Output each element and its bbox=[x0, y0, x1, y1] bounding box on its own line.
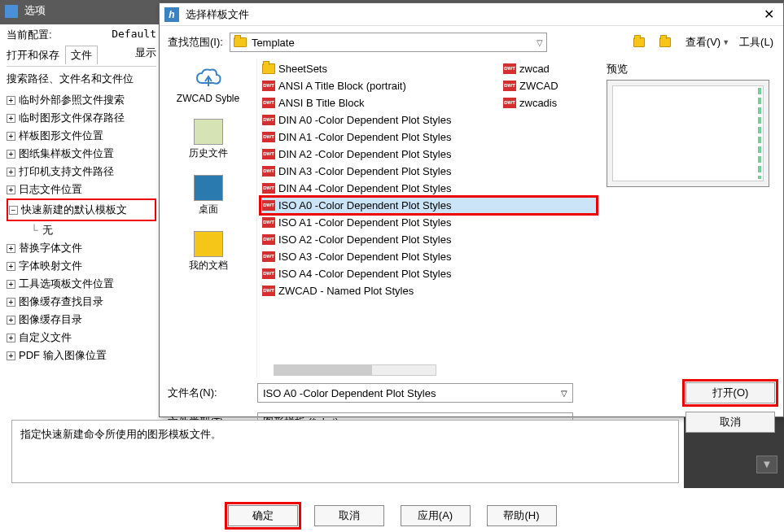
tab-display[interactable]: 显示 bbox=[135, 46, 156, 60]
tree-item[interactable]: +日志文件位置 bbox=[7, 181, 156, 198]
current-config-value: Default bbox=[112, 28, 156, 40]
tab-file[interactable]: 文件 bbox=[65, 46, 98, 64]
tree-item[interactable]: +PDF 输入图像位置 bbox=[7, 347, 156, 364]
expand-toggle-icon[interactable]: + bbox=[7, 168, 15, 177]
expand-toggle-icon[interactable]: + bbox=[7, 280, 15, 289]
place-history[interactable]: 历史文件 bbox=[168, 116, 249, 164]
file-item[interactable]: DWTDIN A4 -Color Dependent Plot Styles bbox=[261, 180, 597, 197]
file-name: ISO A4 -Color Dependent Plot Styles bbox=[278, 268, 451, 280]
cancel-button[interactable]: 取消 bbox=[685, 412, 775, 433]
tree-item[interactable]: +样板图形文件位置 bbox=[7, 127, 156, 145]
apply-button[interactable]: 应用(A) bbox=[401, 505, 471, 526]
up-button[interactable] bbox=[658, 34, 677, 50]
options-body: 当前配置: Default 打开和保存 文件 显示 搜索路径、文件名和文件位 +… bbox=[0, 24, 163, 368]
file-item[interactable]: DWTISO A1 -Color Dependent Plot Styles bbox=[261, 214, 597, 231]
place-label: ZWCAD Syble bbox=[168, 93, 249, 104]
file-item[interactable]: DWTDIN A2 -Color Dependent Plot Styles bbox=[261, 146, 597, 163]
place-label: 历史文件 bbox=[168, 146, 249, 160]
file-item[interactable]: DWTDIN A3 -Color Dependent Plot Styles bbox=[261, 163, 597, 180]
file-item[interactable]: DWTZWCAD - Named Plot Styles bbox=[261, 282, 597, 299]
current-config-label: 当前配置: bbox=[7, 28, 52, 42]
tree-item-label: 临时外部参照文件搜索 bbox=[19, 94, 125, 106]
tree-item[interactable]: +打印机支持文件路径 bbox=[7, 163, 156, 181]
place-desktop[interactable]: 桌面 bbox=[168, 172, 249, 220]
ok-label: 确定 bbox=[252, 509, 274, 521]
place-mydocs[interactable]: 我的文档 bbox=[168, 228, 249, 276]
place-label: 我的文档 bbox=[168, 259, 249, 273]
dwt-file-icon: DWT bbox=[262, 98, 275, 108]
expand-toggle-icon[interactable]: + bbox=[7, 316, 15, 325]
desktop-icon bbox=[194, 175, 223, 201]
horizontal-scrollbar[interactable] bbox=[274, 364, 436, 376]
expand-toggle-icon[interactable]: + bbox=[7, 351, 15, 360]
apply-label: 应用(A) bbox=[418, 509, 453, 521]
back-button[interactable] bbox=[632, 34, 651, 50]
dwt-file-icon: DWT bbox=[262, 183, 275, 194]
cancel-button[interactable]: 取消 bbox=[314, 505, 384, 526]
expand-toggle-icon[interactable]: + bbox=[7, 132, 15, 141]
preview-label: 预览 bbox=[607, 62, 777, 76]
tree-item[interactable]: −快速新建的默认模板文 bbox=[7, 198, 156, 221]
tree-connector-icon: └ bbox=[26, 221, 42, 239]
tree-subitem[interactable]: └无 bbox=[26, 221, 156, 239]
file-name: ISO A1 -Color Dependent Plot Styles bbox=[278, 216, 451, 229]
tree-item-label: 打印机支持文件路径 bbox=[19, 165, 114, 177]
expand-toggle-icon[interactable]: + bbox=[7, 262, 15, 271]
tree-item[interactable]: +字体映射文件 bbox=[7, 257, 156, 275]
close-button[interactable]: ✕ bbox=[759, 7, 778, 22]
file-list[interactable]: SheetSetsDWTANSI A Title Block (portrait… bbox=[257, 59, 600, 377]
tree-item[interactable]: +图像缓存目录 bbox=[7, 311, 156, 329]
expand-toggle-icon[interactable]: + bbox=[7, 150, 15, 159]
file-name: ANSI B Title Block bbox=[278, 97, 364, 109]
expand-toggle-icon[interactable]: + bbox=[7, 334, 15, 342]
tools-menu[interactable]: 工具(L) bbox=[738, 33, 775, 51]
tree-item[interactable]: +自定义文件 bbox=[7, 329, 156, 347]
history-icon bbox=[194, 119, 223, 145]
expand-toggle-icon[interactable]: − bbox=[9, 206, 18, 215]
file-name: SheetSets bbox=[278, 63, 327, 75]
folder-back-icon bbox=[633, 36, 650, 49]
file-name: DIN A1 -Color Dependent Plot Styles bbox=[278, 131, 451, 143]
expand-toggle-icon[interactable]: + bbox=[7, 298, 15, 307]
chevron-down-icon: ▽ bbox=[537, 38, 543, 47]
status-dropdown[interactable]: ▼ bbox=[756, 456, 777, 473]
place-zwcad-syble[interactable]: ZWCAD Syble bbox=[168, 62, 249, 107]
file-item[interactable]: DWTzwcad bbox=[501, 60, 591, 77]
tree-item[interactable]: +替换字体文件 bbox=[7, 239, 156, 257]
expand-toggle-icon[interactable]: + bbox=[7, 244, 15, 253]
file-item[interactable]: DWTDIN A0 -Color Dependent Plot Styles bbox=[261, 111, 597, 129]
open-button[interactable]: 打开(O) bbox=[685, 382, 775, 403]
dwt-file-icon: DWT bbox=[262, 217, 275, 228]
file-item[interactable]: DWTISO A3 -Color Dependent Plot Styles bbox=[261, 248, 597, 265]
help-button[interactable]: 帮助(H) bbox=[487, 505, 557, 526]
filename-combo[interactable]: ISO A0 -Color Dependent Plot Styles ▽ bbox=[257, 383, 573, 403]
file-item[interactable]: DWTISO A2 -Color Dependent Plot Styles bbox=[261, 231, 597, 248]
file-item[interactable]: DWTZWCAD bbox=[501, 77, 591, 94]
expand-toggle-icon[interactable]: + bbox=[7, 114, 15, 123]
filename-label: 文件名(N): bbox=[168, 386, 249, 400]
documents-icon bbox=[194, 231, 223, 257]
cancel-label: 取消 bbox=[339, 509, 360, 521]
expand-toggle-icon[interactable]: + bbox=[7, 96, 15, 105]
view-menu[interactable]: 查看(V)▼ bbox=[684, 33, 731, 51]
file-item[interactable]: DWTISO A0 -Color Dependent Plot Styles bbox=[261, 197, 597, 214]
description-box: 指定快速新建命令所使用的图形模板文件。 bbox=[11, 420, 679, 483]
folder-icon bbox=[234, 37, 247, 47]
help-label: 帮助(H) bbox=[503, 509, 539, 521]
chevron-down-icon: ▽ bbox=[561, 389, 567, 398]
tree-item[interactable]: +工具选项板文件位置 bbox=[7, 275, 156, 293]
tree-item[interactable]: +图像缓存查找目录 bbox=[7, 293, 156, 311]
file-item[interactable]: DWTISO A4 -Color Dependent Plot Styles bbox=[261, 265, 597, 282]
lookin-combo[interactable]: Template ▽ bbox=[230, 33, 547, 52]
scrollbar-thumb[interactable] bbox=[274, 365, 372, 375]
expand-toggle-icon[interactable]: + bbox=[7, 185, 15, 194]
file-item[interactable]: DWTDIN A1 -Color Dependent Plot Styles bbox=[261, 129, 597, 146]
tree-item[interactable]: +图纸集样板文件位置 bbox=[7, 145, 156, 163]
dwt-file-icon: DWT bbox=[262, 268, 275, 279]
ok-button[interactable]: 确定 bbox=[228, 505, 298, 526]
tree-item[interactable]: +临时图形文件保存路径 bbox=[7, 109, 156, 127]
tree-item[interactable]: +临时外部参照文件搜索 bbox=[7, 91, 156, 109]
options-tree[interactable]: +临时外部参照文件搜索+临时图形文件保存路径+样板图形文件位置+图纸集样板文件位… bbox=[7, 91, 156, 364]
file-item[interactable]: DWTzwcadis bbox=[501, 94, 591, 111]
tab-open-save[interactable]: 打开和保存 bbox=[7, 49, 59, 61]
